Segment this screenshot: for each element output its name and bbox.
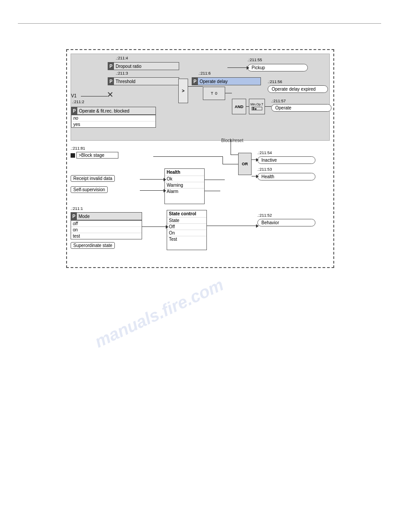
v1-id-label: .:211:2: [72, 100, 84, 104]
upper-region: .:211:4 P Dropout ratio .:211:3 P Thresh…: [71, 54, 330, 141]
operate-delay-box: P Operate delay: [192, 77, 261, 85]
and-minopt-hline: [246, 106, 249, 107]
health-or2-hline: [205, 191, 220, 191]
self-supervision-box: Self-supervision: [71, 186, 108, 193]
block-stage-id: .:211:81: [71, 146, 85, 151]
op-list-box: no yes: [71, 115, 156, 128]
pickup-id-label: .:211:55: [248, 58, 262, 62]
health-ok: Ok: [165, 176, 204, 182]
inactive-pill: Inactive: [257, 156, 315, 164]
comparator-symbol: ✕: [107, 90, 113, 100]
block-reset-hline: [231, 155, 238, 155]
operate-fit-box: P Operate & fit.rec. blocked: [71, 107, 156, 115]
state-control-box: State control State Off On Test: [167, 210, 207, 250]
health-box: Health Ok Warning Alarm: [164, 168, 205, 204]
minopt-label: Min.Op.T: [251, 103, 264, 106]
mode-off-item: off: [71, 221, 142, 227]
block-or-hline2: [223, 164, 238, 164]
timer-t: T: [211, 91, 214, 96]
block-stage-box: >Block stage: [76, 152, 118, 159]
health-or-hline: [205, 180, 225, 180]
minopt-op-hline: [265, 106, 271, 107]
op-yes-item: yes: [71, 121, 155, 127]
mode-text: Mode: [77, 213, 142, 220]
state-off: Off: [167, 224, 206, 230]
behavior-id-label: .:211:52: [257, 213, 272, 218]
pickup-arrow: [247, 66, 249, 70]
mode-test-item: test: [71, 233, 142, 239]
block-reset-vline: [231, 139, 231, 155]
operate-pill: Operate: [271, 104, 332, 112]
mode-p-label: P: [71, 213, 77, 220]
health-warning: Warning: [165, 182, 204, 189]
comp-timer-hline: [188, 86, 203, 87]
receipt-arrow: [164, 178, 166, 181]
dropout-id-label: .:211:4: [116, 56, 128, 60]
timer-box: T 0: [203, 87, 225, 100]
watermark: manuals.fire.com: [92, 275, 227, 352]
block-or-vline: [223, 156, 223, 164]
pickup-pill: Pickup: [248, 64, 308, 71]
mode-id-label: .:211:1: [71, 206, 83, 211]
behavior-pill: Behavior: [257, 219, 315, 226]
superordinate-box: Superordinate state: [71, 242, 115, 249]
state-label: State: [167, 218, 206, 224]
inactive-id-label: .:211:54: [257, 151, 272, 155]
behavior-arrow: [256, 224, 259, 228]
v1-label: V1: [71, 93, 76, 98]
block-reset-label: Block/reset: [221, 138, 243, 143]
self-arrow: [164, 189, 166, 193]
operate-id-label: .:211:57: [271, 99, 286, 103]
receipt-health-hline: [140, 179, 164, 180]
threshold-id-label: .:211:3: [116, 71, 128, 75]
timer-0: 0: [215, 91, 217, 96]
state-control-title: State control: [167, 210, 206, 218]
threshold-box: P Threshold: [108, 77, 179, 85]
operate-fit-text: Operate & fit.rec. blocked: [77, 107, 155, 114]
health-out-arrow: [256, 175, 259, 178]
health-out-pill: Health: [257, 173, 315, 180]
mode-list-box: off on test: [71, 220, 142, 239]
threshold-text: Threshold: [114, 78, 179, 85]
dropout-ratio-box: P Dropout ratio: [108, 62, 179, 70]
health-alarm: Alarm: [165, 189, 204, 194]
op-no-item: no: [71, 115, 155, 121]
op-delay-exp-pill: Operate delay expired: [268, 85, 328, 93]
mode-state-hline: [142, 226, 167, 227]
operate-fit-p-label: P: [71, 107, 77, 114]
state-on: On: [167, 230, 206, 236]
self-health-hline: [140, 190, 164, 191]
operate-delay-text: Operate delay: [198, 78, 260, 85]
minopt-box: Min.Op.T: [249, 99, 265, 114]
health-title: Health: [165, 169, 204, 176]
dropout-ratio-text: Dropout ratio: [114, 63, 179, 70]
mode-state-arrow: [166, 225, 168, 229]
timer-and-hline: [225, 93, 232, 93]
dropout-p-label: P: [108, 63, 114, 70]
v1-hline: [81, 96, 108, 96]
lower-region: .:211:81 >Block stage Receipt invalid da…: [71, 144, 330, 264]
op-delay-id-label: .:211:6: [198, 71, 211, 75]
block-stage-row: >Block stage: [71, 152, 118, 159]
operate-delay-p-label: P: [192, 78, 198, 85]
threshold-p-label: P: [108, 78, 114, 85]
block-stage-square: [71, 153, 75, 158]
state-test: Test: [167, 236, 206, 242]
or-gate: OR: [238, 153, 252, 175]
main-diagram: .:211:4 P Dropout ratio .:211:3 P Thresh…: [66, 49, 334, 268]
state-behavior-hline: [207, 226, 257, 226]
op-delay-exp-id-label: .:211:56: [268, 80, 282, 84]
mode-on-item: on: [71, 227, 142, 233]
mode-box: P Mode: [71, 212, 142, 220]
top-rule: [18, 23, 381, 24]
receipt-invalid-box: Receipt invalid data: [71, 175, 115, 182]
and-gate: AND: [232, 99, 246, 114]
inactive-arrow: [256, 158, 259, 162]
comparator-box: >: [178, 79, 188, 103]
block-or-hline: [153, 156, 223, 157]
comp-pickup-hline: [227, 67, 248, 68]
health-out-id-label: .:211:53: [257, 167, 272, 172]
